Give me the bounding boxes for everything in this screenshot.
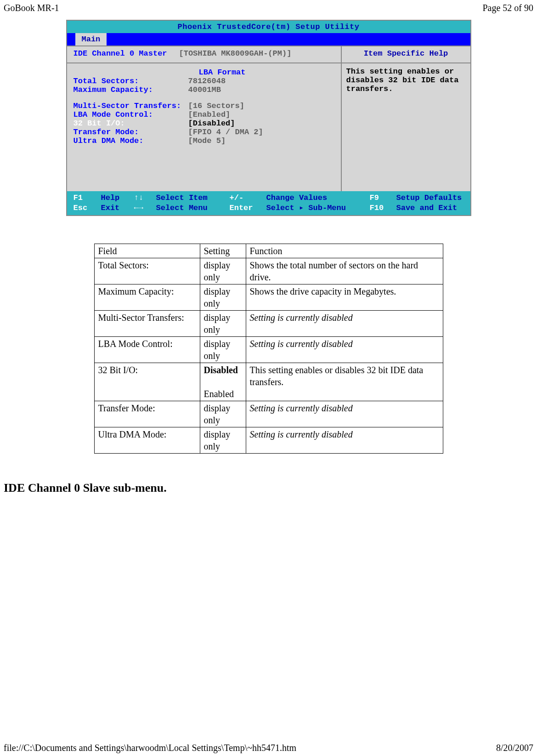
italic-text: Setting is currently disabled: [250, 403, 353, 413]
bios-device-row: IDE Channel 0 Master [TOSHIBA MK8009GAH-…: [67, 46, 341, 63]
cell-function: Setting is currently disabled: [246, 427, 443, 454]
field-label: 32 Bit I/O:: [73, 119, 188, 128]
table-row: Total Sectors: display only Shows the to…: [94, 258, 443, 284]
hint-change-values: Change Values: [266, 193, 328, 202]
cell-setting: display only: [200, 258, 246, 284]
italic-text: Setting is currently disabled: [250, 429, 353, 439]
field-label: Maximum Capacity:: [73, 85, 188, 94]
section-heading: IDE Channel 0 Slave sub-menu.: [0, 454, 537, 495]
key-f9: F9: [370, 193, 379, 202]
field-value: [Enabled]: [188, 110, 231, 119]
key-plusminus: +/-: [230, 193, 244, 202]
hint-help: Help: [101, 193, 120, 202]
cell-field: Total Sectors:: [94, 258, 200, 284]
field-32bit-io[interactable]: 32 Bit I/O: [Disabled]: [73, 119, 334, 128]
cell-field: LBA Mode Control:: [94, 337, 200, 363]
bios-help-pane: Item Specific Help This setting enables …: [342, 46, 470, 191]
bios-help-header: Item Specific Help: [342, 46, 470, 63]
field-max-capacity: Maximum Capacity: 40001MB: [73, 85, 334, 94]
field-ultra-dma[interactable]: Ultra DMA Mode: [Mode 5]: [73, 136, 334, 145]
field-label: Multi-Sector Transfers:: [73, 102, 188, 110]
hint-submenu: Select ▸ Sub-Menu: [266, 204, 346, 212]
bios-device-label: IDE Channel 0 Master: [73, 49, 179, 58]
alt-option: Enabled: [204, 389, 234, 399]
cell-field: Ultra DMA Mode:: [94, 427, 200, 454]
cell-function: Setting is currently disabled: [246, 337, 443, 363]
hint-select-menu: Select Menu: [156, 204, 208, 212]
field-multi-sector[interactable]: Multi-Sector Transfers: [16 Sectors]: [73, 102, 334, 110]
field-label: Transfer Mode:: [73, 128, 188, 136]
bios-title: Phoenix TrustedCore(tm) Setup Utility: [67, 21, 470, 33]
bios-device-value: [TOSHIBA MK8009GAH-(PM)]: [179, 49, 292, 58]
cell-function: Shows the drive capacity in Megabytes.: [246, 284, 443, 311]
table-row: LBA Mode Control: display only Setting i…: [94, 337, 443, 363]
field-transfer-mode[interactable]: Transfer Mode: [FPIO 4 / DMA 2]: [73, 128, 334, 136]
cell-function: This setting enables or disables 32 bit …: [246, 363, 443, 401]
field-value: [16 Sectors]: [188, 102, 244, 110]
col-function: Function: [246, 244, 443, 258]
table-header-row: Field Setting Function: [94, 244, 443, 258]
field-label: LBA Mode Control:: [73, 110, 188, 119]
lba-format-header: LBA Format: [73, 68, 334, 77]
cell-setting: display only: [200, 284, 246, 311]
hint-save-exit: Save and Exit: [396, 204, 458, 212]
table-row: 32 Bit I/O: DisabledEnabled This setting…: [94, 363, 443, 401]
bold-text: Disabled: [204, 365, 238, 375]
field-total-sectors: Total Sectors: 78126048: [73, 77, 334, 85]
italic-text: Setting is currently disabled: [250, 339, 353, 349]
table-row: Transfer Mode: display only Setting is c…: [94, 401, 443, 427]
key-enter: Enter: [230, 204, 253, 212]
field-label: Total Sectors:: [73, 77, 188, 85]
cell-setting: display only: [200, 401, 246, 427]
bios-menubar: Main: [67, 33, 470, 45]
key-f1: F1: [73, 193, 83, 202]
field-value: [Mode 5]: [188, 136, 226, 145]
bios-left-pane: IDE Channel 0 Master [TOSHIBA MK8009GAH-…: [67, 46, 342, 191]
table-row: Maximum Capacity: display only Shows the…: [94, 284, 443, 311]
key-f10: F10: [370, 204, 384, 212]
hint-select-item: Select Item: [156, 193, 208, 202]
col-field: Field: [94, 244, 200, 258]
table-row: Ultra DMA Mode: display only Setting is …: [94, 427, 443, 454]
cell-field: Transfer Mode:: [94, 401, 200, 427]
key-leftright: ←→: [134, 204, 143, 212]
field-value: 78126048: [188, 77, 226, 85]
cell-field: Maximum Capacity:: [94, 284, 200, 311]
page-indicator: Page 52 of 90: [482, 3, 533, 13]
bios-window: Phoenix TrustedCore(tm) Setup Utility Ma…: [66, 20, 471, 216]
bios-help-text: This setting enables or disables 32 bit …: [342, 63, 470, 97]
hint-setup-defaults: Setup Defaults: [396, 193, 462, 202]
field-value: [Disabled]: [188, 119, 235, 128]
cell-setting: DisabledEnabled: [200, 363, 246, 401]
cell-field: 32 Bit I/O:: [94, 363, 200, 401]
cell-function: Setting is currently disabled: [246, 401, 443, 427]
hint-exit: Exit: [101, 204, 120, 212]
field-label: Ultra DMA Mode:: [73, 136, 188, 145]
reference-table: Field Setting Function Total Sectors: di…: [94, 244, 443, 454]
doc-title: GoBook MR-1: [4, 3, 59, 13]
key-updown: ↑↓: [134, 193, 143, 202]
table-row: Multi-Sector Transfers: display only Set…: [94, 311, 443, 337]
col-setting: Setting: [200, 244, 246, 258]
page-footer: file://C:\Documents and Settings\harwood…: [0, 740, 537, 756]
field-value: [FPIO 4 / DMA 2]: [188, 128, 263, 136]
file-path: file://C:\Documents and Settings\harwood…: [4, 743, 296, 753]
file-date: 8/20/2007: [496, 743, 533, 753]
field-value: 40001MB: [188, 85, 221, 94]
cell-setting: display only: [200, 337, 246, 363]
bios-tab-main[interactable]: Main: [75, 33, 107, 45]
cell-function: Setting is currently disabled: [246, 311, 443, 337]
bios-footer: F1 Help ↑↓ Select Item +/- Change Values…: [67, 191, 470, 215]
spacer: [73, 94, 334, 102]
field-lba-mode[interactable]: LBA Mode Control: [Enabled]: [73, 110, 334, 119]
cell-setting: display only: [200, 427, 246, 454]
page-header: GoBook MR-1 Page 52 of 90: [0, 0, 537, 20]
cell-setting: display only: [200, 311, 246, 337]
key-esc: Esc: [73, 204, 88, 212]
italic-text: Setting is currently disabled: [250, 313, 353, 323]
cell-function: Shows the total number of sectors on the…: [246, 258, 443, 284]
cell-field: Multi-Sector Transfers:: [94, 311, 200, 337]
